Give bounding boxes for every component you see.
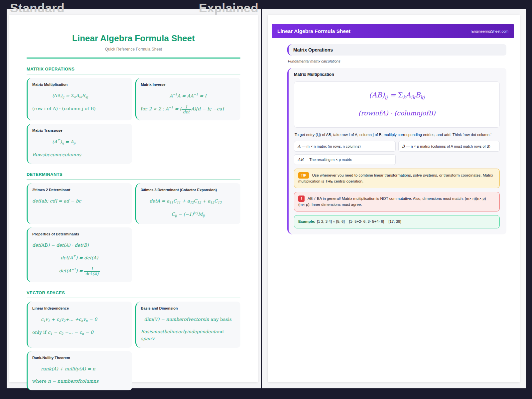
tip-badge: TIP — [298, 172, 309, 179]
explained-panel: Linear Algebra Formula Sheet Engineering… — [262, 9, 526, 388]
example-callout: Example:[1 2; 3 4] × [5; 6] = [1· 5+2· 6… — [294, 215, 500, 228]
formula-line: (A⊤)ij = Aji — [32, 138, 127, 145]
formula-line: det(A−1) = 1det(A) — [32, 267, 127, 277]
title-divider — [27, 58, 240, 59]
section-heading: DETERMINANTS — [27, 172, 240, 180]
explained-content: Matrix Operations Fundamental matrix cal… — [287, 44, 506, 234]
card-title: Basis and Dimension — [141, 306, 235, 310]
formula-line: (AB)ij = ΣkAikBkj — [32, 92, 127, 99]
section-header-box: Matrix Operations — [287, 44, 506, 56]
formula-card-basis-dimension: Basis and Dimension dim(V) = numberofvec… — [135, 302, 241, 348]
section-heading: VECTOR SPACES — [27, 290, 240, 298]
card-grid: Linear Independence c1v1 + c2v2+... +cnv… — [27, 302, 240, 390]
formula-line: Rowsbecomecolumns — [32, 151, 127, 158]
formula-card-linear-independence: Linear Independence c1v1 + c2v2+... +cnv… — [27, 302, 132, 348]
header-title: Linear Algebra Formula Sheet — [277, 28, 350, 34]
formula-line: (rowiofA) · (columnjofB) — [298, 109, 496, 117]
formula-line: for 2 × 2 : A−1 = (1detA)[d − b; −ca] — [141, 105, 235, 115]
warning-icon: ! — [298, 196, 305, 202]
variable-chip: A— m × n matrix (m rows, n columns) — [294, 141, 396, 152]
formula-line: detA = a11C11 + a12C12 + a13C13 — [141, 198, 235, 205]
card-title: Matrix Multiplication — [32, 82, 127, 86]
formula-card-3x3-determinant: 3\times 3 Determinant (Cofactor Expansio… — [135, 183, 241, 224]
section-vector-spaces: VECTOR SPACES Linear Independence c1v1 +… — [27, 290, 240, 390]
formula-line: rank(A) + nullity(A) = n — [32, 365, 127, 372]
formula-line: Basismustbelinearlyindependentand spanV — [141, 328, 235, 342]
formula-line: only if c1 = c2 =... = cn = 0 — [32, 329, 127, 336]
formula-line: A−1A = AA−1 = I — [141, 92, 235, 99]
card-grid: 2\times 2 Determinant det[ab; cd] = ad −… — [27, 183, 240, 282]
explained-page: Linear Algebra Formula Sheet Engineering… — [268, 15, 520, 382]
formula-card-2x2-determinant: 2\times 2 Determinant det[ab; cd] = ad −… — [27, 183, 132, 224]
variant-label-standard: Standard — [10, 1, 65, 15]
formula-line: det(A⊤) = det(A) — [32, 254, 127, 261]
standard-page: Linear Algebra Formula Sheet Quick Refer… — [9, 15, 258, 382]
section-heading: MATRIX OPERATIONS — [27, 66, 240, 74]
variable-chip: B— n × p matrix (columns of A must match… — [398, 141, 500, 152]
variable-desc: — The resulting m × p matrix — [305, 158, 351, 162]
card-title: Rank-Nullity Theorem — [32, 356, 127, 360]
formula-card-matrix-multiplication: Matrix Multiplication (AB)ij = ΣkAikBkj … — [27, 78, 132, 120]
formula-line: where n = numberofcolumns — [32, 378, 127, 384]
formula-line: dim(V) = numberofvectorsin any basis — [141, 316, 235, 323]
tip-text: Use whenever you need to combine linear … — [298, 173, 493, 184]
section-matrix-operations: MATRIX OPERATIONS Matrix Multiplication … — [27, 66, 240, 164]
formula-line: (AB)ij = ΣkAikBkj — [298, 91, 496, 100]
example-label: Example: — [298, 219, 315, 223]
page-subtitle: Quick Reference Formula Sheet — [27, 47, 240, 52]
variable-chip-grid: A— m × n matrix (m rows, n columns) B— n… — [294, 141, 500, 165]
header-bar: Linear Algebra Formula Sheet Engineering… — [272, 24, 514, 38]
card-title: 2\times 2 Determinant — [32, 188, 127, 192]
card-title: 3\times 3 Determinant (Cofactor Expansio… — [141, 188, 235, 192]
card-title: Properties of Determinants — [32, 232, 127, 236]
page-title: Linear Algebra Formula Sheet — [27, 33, 240, 44]
example-text: [1 2; 3 4] × [5; 6] = [1· 5+2· 6; 3· 5+4… — [317, 219, 401, 223]
formula-card-matrix-inverse: Matrix Inverse A−1A = AA−1 = I for 2 × 2… — [135, 78, 241, 120]
formula-line: c1v1 + c2v2+... +cnvn = 0 — [32, 316, 127, 323]
variable-desc: — n × p matrix (columns of A must match … — [406, 144, 490, 148]
variable-symbol: B — [402, 144, 405, 149]
variable-symbol: AB — [298, 157, 303, 162]
section-subtitle: Fundamental matrix calculations — [288, 59, 506, 63]
tip-callout: TIPUse whenever you need to combine line… — [294, 169, 500, 188]
formula-card-rank-nullity: Rank-Nullity Theorem rank(A) + nullity(A… — [27, 351, 132, 391]
site-link[interactable]: EngineeringSheet.com — [471, 29, 508, 33]
formula-line: (row i of A) · (column j of B) — [32, 105, 127, 112]
variant-label-explained: Explained — [199, 1, 258, 15]
warning-callout: !AB ≠ BA in general! Matrix multiplicati… — [294, 192, 500, 211]
section-determinants: DETERMINANTS 2\times 2 Determinant det[a… — [27, 172, 240, 282]
card-grid: Matrix Multiplication (AB)ij = ΣkAikBkj … — [27, 78, 240, 164]
formula-card-determinant-properties: Properties of Determinants det(AB) = det… — [27, 227, 132, 283]
standard-panel: Linear Algebra Formula Sheet Quick Refer… — [7, 9, 261, 388]
formula-line: det(AB) = det(A) · det(B) — [32, 242, 127, 248]
formula-display-box: (AB)ij = ΣkAikBkj (rowiofA) · (columnjof… — [294, 81, 500, 128]
variable-desc: — m × n matrix (m rows, n columns) — [302, 144, 361, 148]
formula-line: Cij = (−1)i+jMij — [141, 210, 235, 218]
warning-text: AB ≠ BA in general! Matrix multiplicatio… — [298, 197, 489, 206]
explanation-text: To get entry (i,j) of AB, take row i of … — [295, 132, 500, 138]
card-title: Linear Independence — [32, 306, 127, 310]
explained-card-matrix-multiplication: Matrix Multiplication (AB)ij = ΣkAikBkj … — [287, 68, 506, 234]
formula-card-matrix-transpose: Matrix Transpose (A⊤)ij = Aji Rowsbecome… — [27, 124, 132, 164]
variable-symbol: A — [298, 144, 301, 149]
card-title: Matrix Inverse — [141, 82, 235, 86]
card-title: Matrix Transpose — [32, 128, 127, 132]
variable-chip: AB— The resulting m × p matrix — [294, 154, 396, 165]
formula-line: det[ab; cd] = ad − bc — [32, 198, 127, 204]
card-title: Matrix Multiplication — [294, 72, 500, 77]
